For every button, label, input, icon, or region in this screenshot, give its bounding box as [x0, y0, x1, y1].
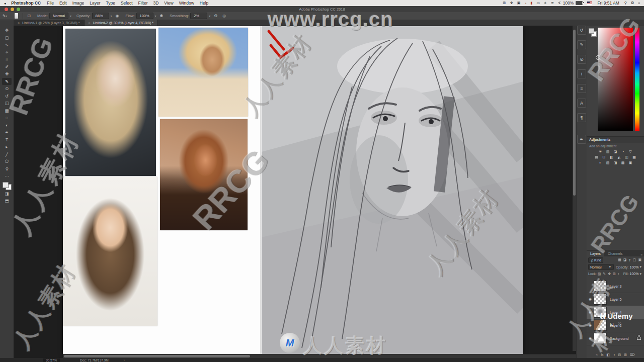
brush-tool[interactable]: ✎ [2, 78, 12, 85]
lock-artboard-icon[interactable]: ⊞ [613, 272, 616, 276]
caret-down-icon[interactable]: ▾ [111, 14, 112, 18]
layer-thumbnail[interactable] [594, 307, 607, 318]
close-tab-icon[interactable]: × [18, 21, 20, 25]
layer-name[interactable]: Layer 4 [610, 311, 621, 314]
crop-tool[interactable]: ⌗ [2, 56, 12, 63]
type-tool[interactable]: T [2, 136, 12, 144]
clone-source-panel-icon[interactable]: ⊙ [577, 55, 586, 64]
caret-down-icon[interactable]: ▾ [639, 272, 641, 276]
link-layers-icon[interactable]: ⌁ [596, 353, 598, 357]
menu-3d[interactable]: 3D [153, 1, 158, 6]
siri-icon[interactable]: ❂ [631, 1, 634, 5]
eye-icon[interactable]: ◉ [587, 336, 594, 340]
layer-mask-icon[interactable]: ◧ [607, 353, 610, 357]
lock-all-icon[interactable]: ▪ [618, 272, 619, 276]
move-tool[interactable]: ✥ [2, 27, 12, 34]
properties-panel-icon[interactable]: ≡ [577, 84, 586, 93]
menu-edit[interactable]: Edit [59, 1, 67, 6]
pressure-size-icon[interactable]: ◎ [222, 14, 226, 18]
blend-mode-select[interactable]: Normal [49, 13, 68, 19]
filter-pixel-icon[interactable]: ▦ [618, 258, 621, 262]
bluetooth-icon[interactable]: ∗ [544, 1, 547, 5]
menu-help[interactable]: Help [200, 1, 208, 6]
posterize-icon[interactable]: ▧ [605, 160, 611, 165]
toggle-brush-panel-icon[interactable]: ⊡ [27, 14, 31, 18]
history-brush-tool[interactable]: ↺ [2, 93, 12, 100]
layer-row-background[interactable]: ◉ Background [587, 332, 644, 345]
screen-mode-button[interactable]: ⬒ [2, 197, 12, 205]
reference-board[interactable] [63, 26, 260, 354]
notification-center-icon[interactable]: ≡ [638, 2, 640, 5]
layer-thumbnail[interactable] [594, 320, 607, 331]
smoothing-gear-icon[interactable]: ⚙ [214, 14, 217, 18]
dodge-tool[interactable]: ◐ [2, 122, 12, 129]
vertical-scrollbar[interactable] [573, 26, 576, 351]
character-panel-icon[interactable]: A [577, 99, 586, 108]
quick-selection-tool[interactable]: ✧ [2, 49, 12, 56]
vertical-scrollbar-thumb[interactable] [573, 30, 576, 196]
wifi-icon[interactable]: ≋ [551, 1, 554, 5]
photo-filter-icon[interactable]: ◭ [616, 155, 622, 159]
exposure-icon[interactable]: ◔ [620, 149, 626, 154]
gradient-tool[interactable]: ▩ [2, 107, 12, 115]
layer-name[interactable]: Layer 3 [610, 285, 621, 288]
tab-channels[interactable]: Channels [604, 251, 626, 256]
threshold-icon[interactable]: ◨ [613, 160, 618, 165]
channel-mixer-icon[interactable]: ◫ [624, 155, 629, 159]
hue-saturation-icon[interactable]: ▤ [594, 155, 599, 159]
menu-layer[interactable]: Layer [90, 1, 100, 6]
layer-blend-mode-select[interactable]: Normal ▾ [588, 264, 614, 270]
levels-icon[interactable]: ▥ [605, 149, 611, 154]
lock-position-icon[interactable]: ✥ [608, 272, 611, 276]
search-icon[interactable]: ⚲ [624, 1, 627, 5]
tab-untitled-2[interactable]: × Untitled-2 @ 30.6% (Layer 4, RGB/8) * [85, 20, 158, 26]
opacity-input[interactable]: 86% [92, 13, 109, 19]
record-icon[interactable]: ▮ [531, 1, 533, 5]
black-white-icon[interactable]: ◧ [609, 155, 614, 159]
layer-style-icon[interactable]: fx [601, 353, 603, 357]
eye-icon[interactable]: ◉ [587, 323, 594, 327]
menu-view[interactable]: View [164, 1, 173, 6]
eye-icon[interactable]: ◉ [587, 297, 594, 301]
filter-kind-select[interactable]: ρ Kind [588, 257, 603, 263]
menu-window[interactable]: Window [179, 1, 194, 6]
menu-app-name[interactable]: Photoshop CC [11, 1, 41, 6]
filter-adjustment-icon[interactable]: ◪ [623, 258, 627, 262]
invert-icon[interactable]: ◐ [598, 160, 603, 165]
adjustment-layer-icon[interactable]: ◑ [613, 353, 615, 357]
new-layer-icon[interactable]: ⊞ [624, 353, 627, 357]
layer-name[interactable]: Layer 2 [610, 324, 621, 327]
history-panel-icon[interactable]: ↺ [577, 26, 586, 35]
color-marker[interactable] [596, 55, 600, 60]
layer-thumbnail[interactable] [594, 294, 607, 305]
layer-row-layer5[interactable]: ◉ Layer 5 [587, 293, 644, 306]
marquee-tool[interactable]: ▢ [2, 34, 12, 42]
flow-input[interactable]: 100% [136, 13, 153, 19]
hand-tool[interactable]: ⬠ [2, 158, 12, 165]
eye-icon[interactable]: ◉ [587, 310, 594, 314]
filter-smart-icon[interactable]: ▣ [638, 258, 641, 262]
lock-transparent-icon[interactable]: ▨ [598, 272, 601, 276]
eyedropper-tool[interactable]: ✐ [2, 63, 12, 71]
gradient-map-icon[interactable]: ▩ [620, 160, 626, 165]
brushes-panel-icon[interactable]: ✎ [577, 40, 586, 49]
airbrush-icon[interactable]: ✱ [160, 14, 164, 18]
horizontal-scrollbar-thumb[interactable] [64, 355, 250, 357]
adjustments-title[interactable]: Adjustments [587, 137, 644, 143]
brush-preview-icon[interactable] [15, 13, 18, 19]
color-lookup-icon[interactable]: ▦ [631, 155, 637, 159]
caret-down-icon[interactable]: ▾ [155, 14, 156, 18]
tool-preset-chip[interactable]: ✎ ▾ [3, 14, 8, 18]
info-panel-icon[interactable]: i [577, 69, 586, 78]
status-grid-icon[interactable]: ❖ [510, 1, 513, 5]
menubar-clock[interactable]: Fri 9:51 AM [597, 1, 619, 6]
display-icon[interactable]: ▭ [536, 1, 540, 5]
apple-icon[interactable]: ● [4, 2, 6, 5]
blur-tool[interactable]: ◌ [2, 114, 12, 122]
hue-slider[interactable] [635, 28, 639, 131]
menu-filter[interactable]: Filter [138, 1, 148, 6]
menu-type[interactable]: Type [106, 1, 115, 6]
pen-panel-icon[interactable]: ✒ [577, 135, 586, 144]
lock-pixels-icon[interactable]: ✎ [603, 272, 606, 276]
caret-down-icon[interactable]: ▾ [70, 14, 71, 18]
